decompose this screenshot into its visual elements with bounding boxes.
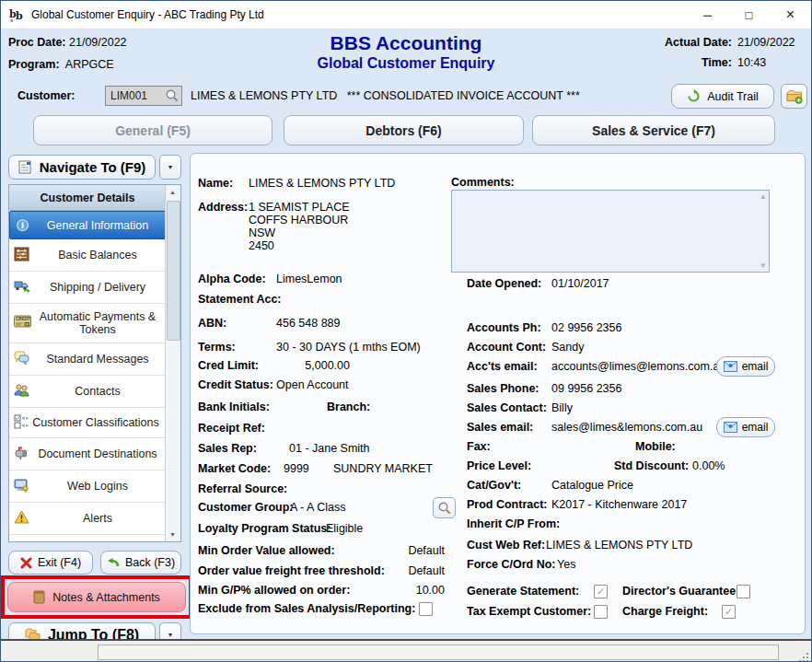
tab-general[interactable]: General (F5) — [33, 115, 273, 145]
terms-value: 30 - 30 DAYS (1 mths EOM) — [276, 341, 421, 354]
comments-scroll-up-icon[interactable]: ▲ — [760, 192, 767, 201]
tax-exempt-label: Tax Exempt Customer: — [467, 605, 591, 618]
minimize-button[interactable]: ─ — [687, 1, 728, 29]
sidebar: Navigate To (F9) ▼ Customer Details i Ge… — [8, 153, 183, 639]
notes-attachments-label: Notes & Attachments — [52, 591, 160, 604]
general-info-panel: Name:LIMES & LEMONS PTY LTD Address:1 SE… — [190, 153, 806, 634]
account-cont-label: Account Cont: — [467, 341, 551, 354]
customer-code-input[interactable]: LIM001 — [105, 86, 182, 106]
abn-value: 456 548 889 — [276, 317, 341, 330]
accts-email-button[interactable]: email — [716, 356, 775, 377]
date-opened-label: Date Opened: — [467, 277, 551, 290]
account-cont-row: Account Cont:Sandy — [467, 341, 795, 354]
window-controls: ─ □ × — [687, 1, 811, 29]
info-icon: i — [15, 217, 31, 234]
maximize-button[interactable]: □ — [728, 1, 770, 29]
sidebar-item-label: Document Destinations — [38, 447, 157, 460]
sidebar-item-custom-fields[interactable]: Custom Fields / — [9, 535, 166, 542]
name-row: Name:LIMES & LEMONS PTY LTD — [198, 177, 452, 190]
notes-highlight-box: Notes & Attachments — [1, 575, 192, 619]
sidebar-item-general-information[interactable]: i General Information — [9, 211, 166, 239]
tab-sales-service[interactable]: Sales & Service (F7) — [532, 115, 775, 145]
sidebar-item-standard-messages[interactable]: Standard Messages — [9, 343, 166, 376]
receipt-ref-row: Receipt Ref: — [198, 422, 452, 435]
nav-group-header: Customer Details — [9, 185, 166, 211]
accts-email-value: accounts@limes@lemons.com.a — [551, 360, 717, 373]
generate-statement-label: Generate Statement: — [467, 585, 579, 598]
std-discount-label: Std Discount: — [614, 459, 689, 472]
customer-search-icon[interactable] — [165, 88, 180, 103]
tax-exempt-checkbox[interactable] — [594, 605, 608, 619]
date-opened-value: 01/10/2017 — [551, 277, 609, 290]
exclude-row: Exclude from Sales Analysis/Reporting: — [198, 602, 452, 616]
sidebar-item-automatic-payments[interactable]: CREDT Automatic Payments & Tokens — [9, 304, 166, 343]
scroll-down-icon[interactable]: ▼ — [166, 528, 180, 541]
sidebar-item-web-logins[interactable]: Web Logins — [9, 470, 166, 503]
date-opened-row: Date Opened:01/10/2017 — [467, 277, 795, 290]
cred-limit-value: 5,000.00 — [276, 359, 350, 372]
terms-label: Terms: — [198, 341, 276, 354]
mailbox-icon — [14, 446, 30, 462]
attachments-folder-button[interactable] — [781, 84, 807, 109]
back-button[interactable]: Back (F3) — [100, 551, 181, 575]
resize-grip[interactable] — [797, 651, 808, 662]
sidebar-item-label: Contacts — [75, 385, 120, 398]
customer-group-value: A - A Class — [290, 501, 345, 514]
navigate-dropdown-button[interactable]: ▼ — [159, 155, 181, 180]
exit-x-icon — [20, 557, 32, 569]
sidebar-scrollbar[interactable]: ▲ ▼ — [165, 185, 180, 541]
charge-freight-checkbox[interactable]: ✓ — [722, 605, 736, 619]
sidebar-item-document-destinations[interactable]: Document Destinations — [9, 438, 166, 470]
comments-box[interactable]: ▲ ▼ — [451, 190, 770, 273]
cust-web-ref-value: LIMES & LEMONS PTY LTD — [546, 539, 692, 552]
tab-debtors[interactable]: Debtors (F6) — [284, 115, 524, 145]
envelope-icon — [724, 422, 737, 433]
prod-contract-row: Prod Contract:K2017 - Kitchenware 2017 — [467, 498, 795, 511]
scroll-up-icon[interactable]: ▲ — [166, 185, 180, 199]
terms-row: Terms:30 - 30 DAYS (1 mths EOM) — [198, 341, 452, 354]
sidebar-item-alerts[interactable]: Alerts — [9, 503, 166, 535]
statement-acc-row: Statement Acc: — [198, 293, 452, 306]
sidebar-item-contacts[interactable]: Contacts — [9, 376, 166, 408]
speech-bubbles-icon — [14, 351, 30, 367]
accounts-ph-value: 02 9956 2356 — [551, 321, 621, 334]
sales-rep-row: Sales Rep:01 - Jane Smith — [198, 442, 452, 455]
close-button[interactable]: × — [770, 1, 811, 29]
sales-email-button[interactable]: email — [716, 417, 775, 437]
sidebar-item-label: Standard Messages — [46, 353, 148, 366]
sidebar-item-label: General Information — [47, 219, 148, 232]
name-label: Name: — [198, 177, 249, 190]
sidebar-item-customer-classifications[interactable]: Customer Classifications — [9, 408, 166, 438]
accounts-ph-row: Accounts Ph:02 9956 2356 — [467, 321, 795, 334]
market-code-label: Market Code: — [198, 462, 284, 475]
alpha-code-label: Alpha Code: — [198, 273, 276, 285]
sidebar-item-basic-balances[interactable]: Basic Balances — [9, 239, 166, 272]
statement-acc-label: Statement Acc: — [198, 293, 282, 306]
back-label: Back (F3) — [125, 556, 175, 569]
directors-guarantee-checkbox[interactable] — [737, 585, 750, 598]
customer-code-value: LIM001 — [106, 89, 165, 102]
audit-trail-button[interactable]: Audit Trail — [671, 84, 774, 109]
force-cord-label: Force C/Ord No: — [467, 558, 557, 571]
scrollbar-thumb[interactable] — [167, 201, 180, 341]
fax-label: Fax: — [467, 440, 491, 453]
truck-icon — [14, 279, 30, 296]
freight-threshold-row: Order value freight free threshold:Defau… — [198, 564, 445, 577]
exit-button[interactable]: Exit (F4) — [8, 551, 93, 575]
name-value: LIMES & LEMONS PTY LTD — [249, 177, 395, 190]
navigate-to-button[interactable]: Navigate To (F9) — [8, 155, 156, 180]
sidebar-item-shipping-delivery[interactable]: Shipping / Delivery — [9, 272, 166, 304]
exclude-checkbox[interactable] — [419, 602, 433, 616]
customer-name-row: LIMES & LEMONS PTY LTD *** CONSOLIDATED … — [191, 89, 580, 102]
generate-statement-checkbox[interactable]: ✓ — [594, 585, 608, 598]
email-button-label: email — [742, 421, 769, 434]
directors-guarantee-label: Director's Guarantee: — [622, 585, 739, 598]
sales-rep-label: Sales Rep: — [198, 442, 289, 455]
comments-scroll-down-icon[interactable]: ▼ — [760, 261, 767, 270]
notes-attachments-button[interactable]: Notes & Attachments — [7, 582, 186, 612]
min-order-label: Min Order Value allowed: — [198, 544, 335, 557]
cust-web-ref-row: Cust Web Ref:LIMES & LEMONS PTY LTD — [467, 539, 795, 552]
customer-label: Customer: — [17, 89, 75, 102]
referral-source-label: Referral Source: — [198, 482, 287, 495]
customer-group-search-button[interactable] — [433, 497, 456, 518]
